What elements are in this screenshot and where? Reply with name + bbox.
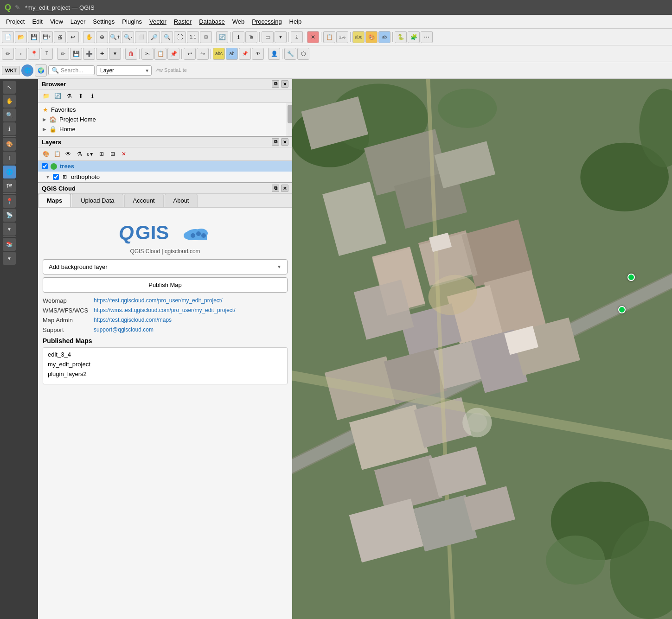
redo-edit-btn[interactable]: ↪: [197, 48, 209, 60]
menu-edit[interactable]: Edit: [28, 16, 46, 27]
add-background-btn[interactable]: Add background layer ▼: [43, 259, 288, 274]
layer-filter-btn[interactable]: ⚗: [74, 149, 84, 159]
zoom-full-btn[interactable]: ⛶: [174, 31, 186, 43]
pin-label-btn[interactable]: 📌: [239, 48, 251, 60]
identify-btn[interactable]: ℹ: [232, 31, 244, 43]
support-link[interactable]: support@qgiscloud.com: [94, 326, 154, 333]
pan-vert-btn[interactable]: ✋: [3, 95, 16, 108]
tab-upload-data[interactable]: Upload Data: [72, 194, 123, 207]
advanced-digit-btn[interactable]: 🔧: [284, 48, 296, 60]
browser-favorites[interactable]: ★ Favorites: [38, 105, 292, 115]
shape-digit-btn[interactable]: ⬡: [297, 48, 309, 60]
tab-account[interactable]: Account: [124, 194, 164, 207]
menu-processing[interactable]: Processing: [248, 16, 285, 27]
new-file-btn[interactable]: 📄: [2, 31, 14, 43]
tab-about[interactable]: About: [165, 194, 198, 207]
gps-btn[interactable]: 📡: [3, 209, 16, 222]
zoom-vert-btn[interactable]: 🔍: [3, 108, 16, 121]
map-admin-link[interactable]: https://test.qgiscloud.com/maps: [94, 317, 172, 323]
zoom-native-btn[interactable]: 1:1: [187, 31, 199, 43]
digitize-btn[interactable]: ✏: [2, 48, 14, 60]
layer-orthophoto[interactable]: ▼ ⊞ orthophoto: [42, 172, 292, 182]
browser-home[interactable]: ▶ 🔒 Home: [38, 124, 292, 134]
cut-btn[interactable]: ✂: [141, 48, 154, 60]
browser-float-btn[interactable]: ⧉: [272, 80, 279, 88]
layer-copy-btn[interactable]: 📋: [52, 149, 62, 159]
label2-btn[interactable]: ab: [378, 31, 390, 43]
layer-collapse-btn[interactable]: ⊟: [108, 149, 118, 159]
browser-add-btn[interactable]: 📁: [41, 91, 51, 101]
delete-selected-btn[interactable]: 🗑: [125, 48, 137, 60]
map-item-0[interactable]: edit_3_4: [43, 350, 287, 359]
webmap-link[interactable]: https://test.qgiscloud.com/pro_user/my_e…: [94, 297, 222, 304]
layers-vert-btn[interactable]: 📚: [3, 238, 16, 251]
plugin-btn[interactable]: 🧩: [408, 31, 420, 43]
coord-btn[interactable]: ▼: [3, 252, 16, 265]
map3d-btn[interactable]: 🗺: [3, 179, 16, 192]
label-btn[interactable]: abc: [352, 31, 365, 43]
zoom-in2-btn[interactable]: 🔎: [148, 31, 160, 43]
node-btn[interactable]: ◦: [15, 48, 27, 60]
search-btn[interactable]: 🔍 Search...: [48, 65, 95, 75]
attr-table-btn[interactable]: 📋: [323, 31, 335, 43]
rotate-btn[interactable]: abc: [213, 48, 225, 60]
orthophoto-checkbox[interactable]: [53, 174, 59, 180]
point-btn[interactable]: 📍: [28, 48, 40, 60]
copy-btn[interactable]: 📋: [154, 48, 166, 60]
refresh-btn[interactable]: 🔄: [216, 31, 228, 43]
tab-maps[interactable]: Maps: [38, 194, 71, 207]
move-label-btn[interactable]: ab: [226, 48, 238, 60]
pan-btn[interactable]: ✋: [83, 31, 95, 43]
menu-raster[interactable]: Raster: [170, 16, 195, 27]
menu-project[interactable]: Project: [2, 16, 28, 27]
menu-database[interactable]: Database: [195, 16, 229, 27]
browser-filter-btn[interactable]: ⚗: [64, 91, 74, 101]
undo-btn[interactable]: ↩: [67, 31, 79, 43]
publish-map-btn[interactable]: Publish Map: [43, 277, 288, 293]
style-btn[interactable]: 🎨: [3, 138, 16, 151]
profile-btn[interactable]: 👤: [268, 48, 280, 60]
color-btn[interactable]: 🎨: [365, 31, 378, 43]
print-btn[interactable]: 🖨: [54, 31, 66, 43]
add-record-btn[interactable]: ➕: [83, 48, 95, 60]
cloud-close-btn[interactable]: ✕: [281, 185, 288, 192]
layer-trees[interactable]: trees: [38, 161, 292, 172]
digitize-feature-btn[interactable]: ✚: [96, 48, 108, 60]
layer-visibility-btn[interactable]: 👁: [63, 149, 73, 159]
select-rect-btn[interactable]: ▭: [262, 31, 274, 43]
zoom-out2-btn[interactable]: 🔍: [161, 31, 173, 43]
field-calc-btn[interactable]: Σ: [291, 31, 303, 43]
location-btn[interactable]: 📍: [3, 195, 16, 208]
info-btn[interactable]: 🖱: [245, 31, 257, 43]
save-as-btn[interactable]: 💾+: [41, 31, 53, 43]
zoom-in-btn[interactable]: 🔍+: [109, 31, 121, 43]
wms-link[interactable]: https://wms.test.qgiscloud.com/pro_user/…: [94, 307, 235, 313]
browser-refresh-btn[interactable]: 🔄: [52, 91, 63, 101]
wms-vert-btn[interactable]: 🌐: [3, 166, 16, 179]
save-btn[interactable]: 💾: [28, 31, 40, 43]
pan-map-btn[interactable]: ⊕: [96, 31, 108, 43]
browser-info-btn[interactable]: ℹ: [87, 91, 97, 101]
open-btn[interactable]: 📂: [15, 31, 27, 43]
scrollbar-v-browser[interactable]: [287, 103, 292, 136]
dropdown-layer[interactable]: Layer ▼: [96, 65, 152, 76]
paste-btn[interactable]: 📌: [167, 48, 179, 60]
identify-vert-btn[interactable]: ℹ: [3, 122, 16, 135]
select-tool[interactable]: ↖: [3, 81, 16, 94]
browser-close-btn[interactable]: ✕: [281, 80, 288, 88]
menu-help[interactable]: Help: [286, 16, 306, 27]
map-item-2[interactable]: plugin_layers2: [43, 369, 287, 379]
label-vert-btn[interactable]: T: [3, 152, 16, 165]
select-tools-btn[interactable]: ▼: [275, 31, 287, 43]
print-vert-btn[interactable]: ▼: [3, 223, 16, 236]
menu-web[interactable]: Web: [229, 16, 249, 27]
trees-checkbox[interactable]: [42, 163, 48, 169]
layer-expand-btn[interactable]: ⊞: [96, 149, 107, 159]
browser-collapse-btn[interactable]: ⬆: [76, 91, 86, 101]
layer-style-btn[interactable]: 🎨: [41, 149, 51, 159]
map-item-1[interactable]: my_edit_project: [43, 359, 287, 369]
layers-float-btn[interactable]: ⧉: [272, 138, 279, 146]
zoom-layer-btn[interactable]: ⊞: [200, 31, 212, 43]
stat-sum-btn[interactable]: Σ%: [336, 31, 348, 43]
edit-toggle-btn[interactable]: ✏: [57, 48, 69, 60]
